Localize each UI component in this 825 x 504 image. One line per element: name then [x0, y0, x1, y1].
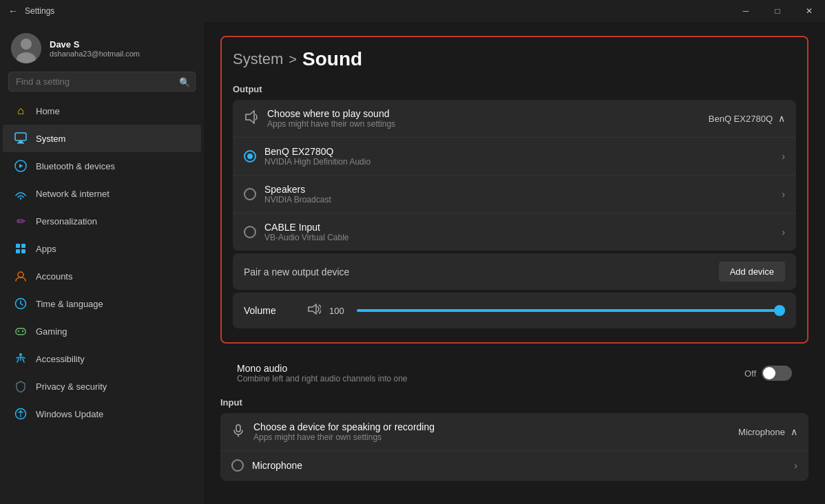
mono-audio-toggle[interactable] [762, 366, 792, 381]
volume-icon [307, 302, 321, 319]
mono-audio-title: Mono audio [237, 363, 736, 374]
home-icon: ⌂ [14, 104, 28, 118]
user-name: Dave S [50, 39, 140, 50]
app-body: Dave S dshanaha23@hotmail.com 🔍 ⌂ Home S… [0, 22, 825, 504]
personalization-icon: ✏ [14, 214, 28, 228]
apps-icon [14, 242, 28, 255]
titlebar-title: Settings [25, 6, 54, 16]
breadcrumb: System > Sound [233, 48, 796, 70]
sidebar-item-label-accounts: Accounts [36, 271, 72, 282]
output-device-sub-1: NVIDIA Broadcast [264, 195, 773, 204]
sidebar-item-update[interactable]: Windows Update [3, 400, 201, 428]
sidebar-item-system[interactable]: System [3, 125, 201, 152]
breadcrumb-current: Sound [302, 48, 362, 70]
sidebar-item-apps[interactable]: Apps [3, 235, 201, 262]
sidebar-item-label-network: Network & internet [36, 189, 109, 199]
sidebar-item-personalization[interactable]: ✏ Personalization [3, 207, 201, 235]
user-section[interactable]: Dave S dshanaha23@hotmail.com [0, 22, 204, 72]
svg-point-12 [18, 272, 23, 277]
volume-slider[interactable] [357, 309, 785, 312]
choose-output-right: BenQ EX2780Q ∧ [709, 113, 785, 124]
svg-rect-4 [19, 141, 23, 143]
sidebar-item-label-accessibility: Accessibility [36, 354, 85, 364]
sidebar-item-label-gaming: Gaming [36, 326, 67, 337]
sidebar-item-label-personalization: Personalization [36, 216, 97, 227]
pair-output-label: Pair a new output device [244, 266, 349, 277]
mic-radio-btn-0[interactable] [231, 459, 244, 472]
output-section-title: Output [233, 84, 796, 94]
output-device-option-0[interactable]: BenQ EX2780Q NVIDIA High Definition Audi… [233, 138, 796, 176]
sidebar-item-home[interactable]: ⌂ Home [3, 97, 201, 125]
search-icon: 🔍 [179, 76, 190, 87]
window-controls: ─ □ ✕ [730, 0, 825, 22]
svg-point-7 [20, 198, 21, 199]
sidebar-item-time[interactable]: Time & language [3, 290, 201, 317]
network-icon [14, 187, 28, 200]
sidebar-item-accessibility[interactable]: Accessibility [3, 345, 201, 372]
choose-output-sub: Apps might have their own settings [267, 119, 700, 129]
expand-icon: ∧ [778, 113, 785, 124]
input-device-text-0: Microphone [252, 460, 786, 471]
breadcrumb-parent[interactable]: System [233, 50, 283, 68]
input-section-title: Input [220, 397, 808, 408]
output-device-text-0: BenQ EX2780Q NVIDIA High Definition Audi… [264, 146, 773, 167]
chevron-right-icon-1: › [782, 189, 785, 200]
sidebar-item-label-time: Time & language [36, 299, 103, 309]
mic-chevron-right: › [794, 460, 797, 471]
accessibility-icon [14, 352, 28, 366]
mono-audio-text: Mono audio Combine left and right audio … [237, 363, 736, 384]
svg-marker-17 [246, 111, 254, 123]
back-button[interactable]: ← [8, 6, 18, 17]
sidebar-item-label-apps: Apps [36, 244, 56, 254]
volume-label: Volume [244, 305, 299, 316]
output-device-option-2[interactable]: CABLE Input VB-Audio Virtual Cable › [233, 213, 796, 251]
svg-marker-18 [309, 304, 316, 314]
sidebar-item-network[interactable]: Network & internet [3, 180, 201, 207]
radio-btn-2[interactable] [244, 226, 256, 238]
mono-audio-sub: Combine left and right audio channels in… [237, 374, 736, 384]
choose-output-header[interactable]: Choose where to play sound Apps might ha… [233, 100, 796, 138]
toggle-wrap: Off [744, 366, 792, 381]
gaming-icon [14, 324, 28, 338]
svg-rect-19 [236, 425, 240, 432]
close-button[interactable]: ✕ [793, 0, 825, 22]
svg-rect-8 [16, 244, 20, 248]
sidebar-item-label-privacy: Privacy & security [36, 381, 107, 392]
svg-rect-14 [16, 328, 25, 335]
pair-output-row: Pair a new output device Add device [233, 253, 796, 290]
choose-output-text: Choose where to play sound Apps might ha… [267, 108, 700, 129]
output-device-sub-0: NVIDIA High Definition Audio [264, 157, 773, 167]
sidebar-item-privacy[interactable]: Privacy & security [3, 372, 201, 400]
sidebar-item-accounts[interactable]: Accounts [3, 262, 201, 290]
choose-input-label: Choose a device for speaking or recordin… [253, 421, 730, 432]
main-content: System > Sound Output Choose where to [204, 22, 825, 504]
sidebar-item-gaming[interactable]: Gaming [3, 317, 201, 345]
minimize-button[interactable]: ─ [730, 0, 762, 22]
input-device-card: Choose a device for speaking or recordin… [220, 413, 808, 481]
radio-btn-0[interactable] [244, 150, 256, 162]
output-device-option-1[interactable]: Speakers NVIDIA Broadcast › [233, 176, 796, 213]
accounts-icon [14, 269, 28, 283]
output-device-name-0: BenQ EX2780Q [264, 146, 773, 157]
current-input-device: Microphone [738, 427, 785, 437]
output-device-sub-2: VB-Audio Virtual Cable [264, 233, 773, 242]
maximize-button[interactable]: □ [762, 0, 793, 22]
add-device-button[interactable]: Add device [719, 262, 785, 282]
sidebar-item-bluetooth[interactable]: Bluetooth & devices [3, 152, 201, 180]
volume-slider-wrap [357, 309, 785, 312]
avatar [11, 33, 41, 63]
volume-row: Volume 100 [233, 293, 796, 328]
search-input[interactable] [8, 72, 196, 92]
update-icon [14, 407, 28, 421]
titlebar: ← Settings ─ □ ✕ [0, 0, 825, 22]
svg-rect-3 [15, 133, 26, 140]
choose-input-header[interactable]: Choose a device for speaking or recordin… [220, 413, 808, 451]
svg-rect-11 [21, 249, 25, 253]
highlighted-section: System > Sound Output Choose where to [220, 36, 808, 344]
sidebar-item-label-system: System [36, 134, 65, 144]
search-box[interactable]: 🔍 [8, 72, 196, 92]
input-device-option-0[interactable]: Microphone › [220, 451, 808, 481]
choose-input-text: Choose a device for speaking or recordin… [253, 421, 730, 442]
radio-btn-1[interactable] [244, 188, 256, 200]
current-output-device: BenQ EX2780Q [709, 114, 773, 124]
